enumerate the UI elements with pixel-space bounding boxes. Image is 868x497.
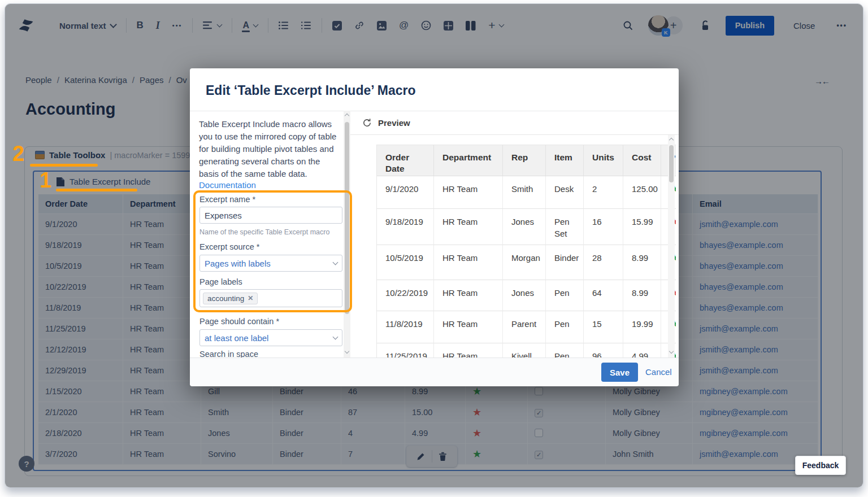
refresh-icon[interactable] bbox=[362, 118, 372, 128]
page-labels-label: Page labels bbox=[199, 277, 242, 286]
rep-cell: Smith bbox=[503, 176, 546, 209]
preview-column-header: Department bbox=[434, 145, 503, 176]
order-date-cell: 10/5/2019 bbox=[377, 245, 434, 280]
item-cell: Pen bbox=[546, 280, 584, 311]
rep-cell: Jones bbox=[503, 209, 546, 245]
save-button[interactable]: Save bbox=[601, 363, 638, 382]
units-cell: 15 bbox=[584, 311, 623, 343]
dialog-title: Edit ‘Table Excerpt Include’ Macro bbox=[206, 83, 416, 98]
department-cell: HR Team bbox=[434, 280, 503, 311]
order-date-cell: 11/25/2019 bbox=[377, 343, 434, 358]
department-cell: HR Team bbox=[434, 176, 503, 209]
rep-cell: Parent bbox=[503, 311, 546, 343]
department-cell: HR Team bbox=[434, 343, 503, 358]
item-cell: Pen bbox=[546, 311, 584, 343]
annotation-underline-excerpt bbox=[56, 189, 137, 191]
preview-table-row: 9/1/2020HR TeamSmithDesk2125.00★ bbox=[377, 176, 676, 209]
cost-cell: 8.99 bbox=[623, 245, 661, 280]
remove-tag-icon[interactable]: ✕ bbox=[248, 294, 253, 302]
preview-table-row: 9/18/2019HR TeamJonesPen Set1615.99★ bbox=[377, 209, 676, 245]
cost-cell: 8.99 bbox=[623, 280, 661, 311]
order-date-cell: 11/8/2019 bbox=[377, 311, 434, 343]
page-labels-input[interactable]: accounting ✕ bbox=[199, 289, 342, 307]
preview-table-body: 9/1/2020HR TeamSmithDesk2125.00★9/18/201… bbox=[377, 176, 676, 358]
chevron-down-icon bbox=[333, 260, 338, 265]
scroll-down-icon[interactable] bbox=[669, 349, 674, 354]
app-window: Normal text B I ••• A bbox=[5, 3, 863, 488]
annotation-step-1: 1 bbox=[40, 169, 51, 191]
units-cell: 64 bbox=[584, 280, 623, 311]
rep-cell: Jones bbox=[503, 280, 546, 311]
preview-table-row: 11/25/2019HR TeamKivellPen964.99★ bbox=[377, 343, 676, 358]
preview-column-header: Rep bbox=[503, 145, 546, 176]
preview-column-header: Order Date bbox=[377, 145, 434, 176]
scroll-up-icon[interactable] bbox=[669, 138, 674, 142]
label-tag: accounting ✕ bbox=[203, 293, 258, 304]
dialog-footer: Save Cancel bbox=[190, 358, 679, 386]
macro-description: Table Excerpt Include macro allows you t… bbox=[199, 118, 338, 180]
excerpt-source-value: Pages with labels bbox=[205, 259, 271, 268]
units-cell: 16 bbox=[584, 209, 623, 245]
edit-macro-dialog: Edit ‘Table Excerpt Include’ Macro Table… bbox=[190, 68, 679, 386]
preview-label: Preview bbox=[378, 118, 410, 128]
preview-column-header: Item bbox=[546, 145, 584, 176]
department-cell: HR Team bbox=[434, 311, 503, 343]
order-date-cell: 9/1/2020 bbox=[377, 176, 434, 209]
scroll-up-icon[interactable] bbox=[345, 114, 349, 118]
preview-divider bbox=[350, 134, 679, 135]
documentation-link[interactable]: Documentation bbox=[199, 180, 256, 190]
feedback-button[interactable]: Feedback bbox=[795, 456, 846, 475]
page-should-contain-select[interactable]: at least one label bbox=[199, 329, 342, 346]
rep-cell: Morgan bbox=[503, 245, 546, 280]
annotation-step-2: 2 bbox=[12, 143, 24, 164]
annotation-underline-toolbox bbox=[30, 164, 98, 167]
scroll-down-icon[interactable] bbox=[345, 349, 349, 354]
department-cell: HR Team bbox=[434, 209, 503, 245]
page-should-contain-label: Page should contain * bbox=[199, 317, 279, 326]
excerpt-source-select[interactable]: Pages with labels bbox=[199, 255, 342, 272]
cost-cell: 19.99 bbox=[623, 311, 661, 343]
chevron-down-icon bbox=[333, 334, 338, 340]
preview-column-header: Cost bbox=[623, 145, 661, 176]
item-cell: Desk bbox=[546, 176, 584, 209]
cost-cell: 4.99 bbox=[623, 343, 661, 358]
units-cell: 28 bbox=[584, 245, 623, 280]
cost-cell: 15.99 bbox=[623, 209, 661, 245]
label-tag-text: accounting bbox=[207, 294, 244, 303]
excerpt-name-input[interactable] bbox=[199, 207, 342, 224]
settings-scrollbar-thumb[interactable] bbox=[345, 122, 349, 314]
preview-table-row: 11/8/2019HR TeamParentPen1519.99★ bbox=[377, 311, 676, 343]
cancel-button[interactable]: Cancel bbox=[642, 367, 675, 377]
preview-table-row: 10/5/2019HR TeamMorganBinder288.99★ bbox=[377, 245, 676, 280]
preview-table-row: 10/22/2019HR TeamJonesPen648.99★ bbox=[377, 280, 676, 311]
item-cell: Pen bbox=[546, 343, 584, 358]
department-cell: HR Team bbox=[434, 245, 503, 280]
preview-column-header: Units bbox=[584, 145, 623, 176]
cost-cell: 125.00 bbox=[623, 176, 661, 209]
rep-cell: Kivell bbox=[503, 343, 546, 358]
order-date-cell: 10/22/2019 bbox=[377, 280, 434, 311]
preview-scrollbar-thumb[interactable] bbox=[669, 145, 674, 182]
preview-header: Preview bbox=[362, 118, 410, 128]
units-cell: 96 bbox=[584, 343, 623, 358]
order-date-cell: 9/18/2019 bbox=[377, 209, 434, 245]
excerpt-name-label: Excerpt name * bbox=[199, 195, 255, 204]
preview-table-header: Order DateDepartmentRepItemUnitsCostP bbox=[377, 145, 676, 176]
item-cell: Pen Set bbox=[546, 209, 584, 245]
units-cell: 2 bbox=[584, 176, 623, 209]
preview-table: Order DateDepartmentRepItemUnitsCostP 9/… bbox=[376, 145, 676, 358]
excerpt-name-helper: Name of the specific Table Excerpt macro bbox=[199, 228, 329, 236]
excerpt-source-label: Excerpt source * bbox=[199, 242, 259, 251]
item-cell: Binder bbox=[546, 245, 584, 280]
page-should-contain-value: at least one label bbox=[205, 333, 268, 343]
